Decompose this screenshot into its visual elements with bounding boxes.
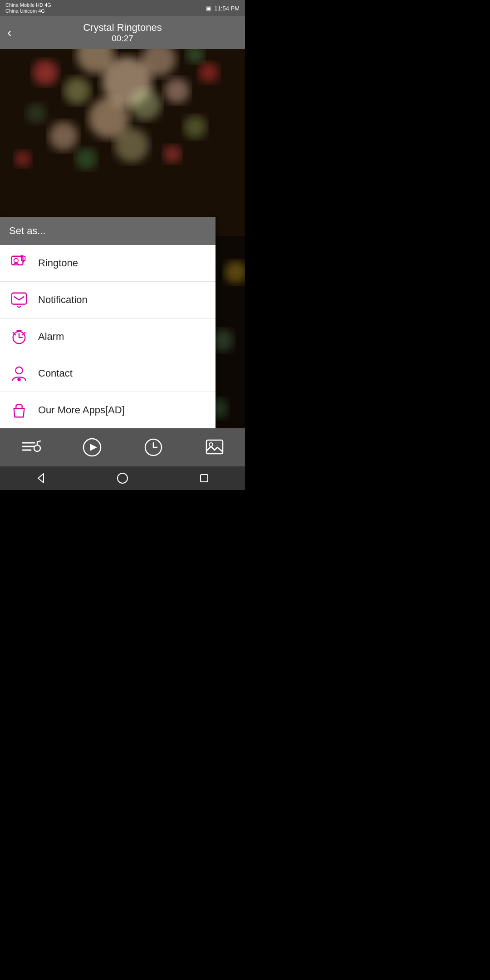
set-as-label: Set as... [9, 225, 46, 236]
ringtone-label: Ringtone [38, 257, 78, 269]
battery-icon: ▣ [206, 5, 211, 12]
svg-rect-59 [206, 440, 223, 454]
bottom-bar [0, 428, 245, 466]
svg-marker-61 [38, 474, 44, 483]
svg-point-45 [15, 367, 22, 374]
play-button[interactable] [78, 434, 106, 461]
system-home-button[interactable] [116, 472, 129, 485]
carrier1: China Mobile HD 4G [5, 2, 51, 8]
svg-line-53 [37, 441, 40, 442]
history-button[interactable] [140, 434, 167, 461]
top-bar: ‹ Crystal Ringtones 00:27 [0, 16, 245, 49]
alarm-icon [9, 327, 29, 347]
svg-point-51 [34, 445, 40, 451]
status-right: ▣ 11:54 PM [206, 5, 240, 12]
set-as-panel: Set as... Ringtone [0, 217, 216, 428]
carrier-info: China Mobile HD 4G China Unicom 4G [5, 2, 51, 14]
wallpaper-button[interactable] [201, 434, 228, 461]
time: 11:54 PM [214, 5, 240, 12]
back-button[interactable]: ‹ [7, 25, 11, 40]
nav-bar [0, 466, 245, 490]
more-apps-label: Our More Apps[AD] [38, 404, 125, 416]
song-duration: 00:27 [83, 34, 162, 44]
alarm-label: Alarm [38, 331, 64, 343]
bag-icon [9, 400, 29, 420]
svg-rect-63 [201, 475, 208, 482]
menu-item-alarm[interactable]: Alarm [0, 318, 216, 355]
svg-marker-55 [90, 444, 97, 451]
notification-label: Notification [38, 294, 88, 306]
title-block: Crystal Ringtones 00:27 [83, 22, 162, 44]
contact-icon [9, 363, 29, 383]
system-recents-button[interactable] [198, 472, 211, 485]
svg-point-38 [14, 259, 18, 263]
set-as-list: Ringtone Notification [0, 245, 216, 428]
menu-item-notification[interactable]: Notification [0, 282, 216, 318]
menu-item-more-apps[interactable]: Our More Apps[AD] [0, 392, 216, 428]
carrier2: China Unicom 4G [5, 8, 51, 14]
menu-item-ringtone[interactable]: Ringtone [0, 245, 216, 282]
system-back-button[interactable] [34, 472, 47, 485]
playlist-button[interactable] [17, 434, 44, 461]
contact-label: Contact [38, 368, 73, 379]
set-as-header: Set as... [0, 217, 216, 245]
status-bar: China Mobile HD 4G China Unicom 4G ▣ 11:… [0, 0, 245, 16]
song-title: Crystal Ringtones [83, 22, 162, 34]
menu-item-contact[interactable]: Contact [0, 355, 216, 392]
main-content: Set as... Ringtone [0, 49, 245, 428]
svg-rect-39 [12, 293, 26, 304]
svg-point-62 [118, 473, 127, 483]
ringtone-icon [9, 253, 29, 273]
notification-icon [9, 290, 29, 310]
